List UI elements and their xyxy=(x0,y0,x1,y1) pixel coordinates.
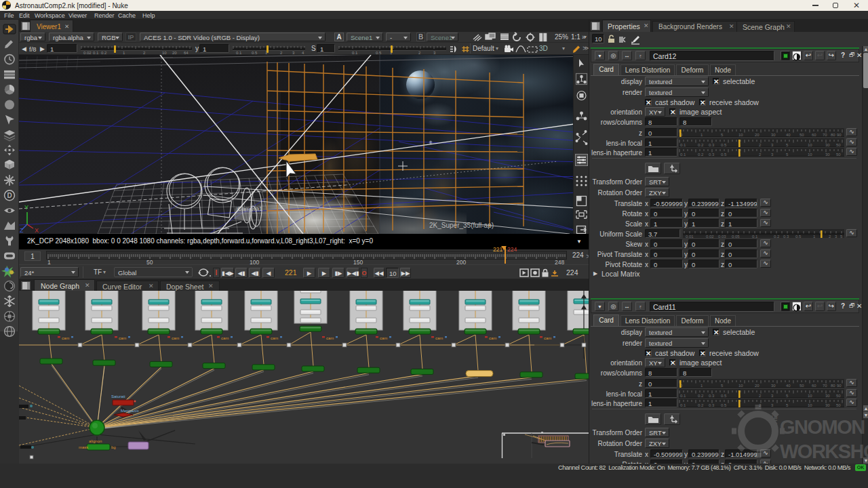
svg-text:50: 50 xyxy=(800,133,804,137)
svg-text:GNOMON: GNOMON xyxy=(780,416,865,438)
svg-text:50: 50 xyxy=(836,394,841,398)
svg-text:5: 5 xyxy=(721,384,724,388)
svg-text:0.3: 0.3 xyxy=(709,143,715,147)
svg-text:cam: cam xyxy=(380,336,387,340)
svg-text:alignon: alignon xyxy=(89,439,102,443)
svg-text:0.1: 0.1 xyxy=(680,394,686,398)
svg-text:0.3: 0.3 xyxy=(783,235,789,239)
svg-text:80: 80 xyxy=(831,384,835,388)
svg-text:20: 20 xyxy=(755,133,760,137)
svg-text:5: 5 xyxy=(786,152,789,157)
svg-text:60: 60 xyxy=(812,133,816,137)
svg-text:0.5: 0.5 xyxy=(721,394,727,398)
svg-text:0.5: 0.5 xyxy=(721,152,727,157)
svg-text:50: 50 xyxy=(836,152,841,157)
svg-text:cam: cam xyxy=(271,336,278,340)
svg-text:30: 30 xyxy=(825,143,830,147)
svg-text:0.02: 0.02 xyxy=(706,235,714,239)
svg-text:Y: Y xyxy=(24,204,28,211)
svg-text:D: D xyxy=(7,192,12,199)
svg-text:10: 10 xyxy=(808,143,812,147)
svg-text:2: 2 xyxy=(759,143,762,147)
svg-text:10: 10 xyxy=(808,394,812,398)
svg-text:0.2: 0.2 xyxy=(698,152,704,157)
svg-text:1: 1 xyxy=(701,133,703,137)
svg-text:Saturati: Saturati xyxy=(111,394,125,399)
svg-text:0.2: 0.2 xyxy=(698,403,704,407)
svg-text:MergeLux: MergeLux xyxy=(121,409,139,413)
svg-text:0.1: 0.1 xyxy=(680,403,686,407)
svg-text:0.2: 0.2 xyxy=(774,235,780,239)
svg-text:0.2: 0.2 xyxy=(698,394,704,398)
svg-text:90: 90 xyxy=(837,384,842,388)
svg-text:0.03: 0.03 xyxy=(718,235,726,239)
svg-text:cam: cam xyxy=(544,336,551,340)
svg-text:cam: cam xyxy=(172,336,179,340)
svg-text:2: 2 xyxy=(759,152,762,157)
svg-text:0.3: 0.3 xyxy=(709,152,715,157)
svg-text:80: 80 xyxy=(831,133,835,137)
svg-text:cam: cam xyxy=(489,336,496,340)
svg-text:0.1: 0.1 xyxy=(680,152,686,157)
svg-text:5: 5 xyxy=(721,133,724,137)
svg-text:90: 90 xyxy=(837,133,842,137)
svg-text:bg: bg xyxy=(111,445,116,449)
svg-text:10: 10 xyxy=(738,384,743,388)
svg-text:50: 50 xyxy=(836,143,841,147)
svg-text:Z: Z xyxy=(20,227,24,234)
svg-text:cam: cam xyxy=(435,336,443,340)
svg-text:30: 30 xyxy=(825,394,830,398)
svg-text:0.3: 0.3 xyxy=(709,403,715,407)
svg-text:0.05: 0.05 xyxy=(732,235,740,239)
svg-text:X: X xyxy=(35,227,39,234)
svg-text:cam: cam xyxy=(119,336,126,340)
svg-text:1: 1 xyxy=(701,384,703,388)
svg-text:0.5: 0.5 xyxy=(795,235,802,239)
svg-text:10: 10 xyxy=(738,133,743,137)
svg-text:0.01: 0.01 xyxy=(686,235,694,239)
svg-text:70: 70 xyxy=(823,384,827,388)
svg-text:0.5: 0.5 xyxy=(721,143,727,147)
svg-text:THE: THE xyxy=(771,415,778,428)
svg-text:3: 3 xyxy=(771,394,774,398)
svg-text:30: 30 xyxy=(771,133,776,137)
svg-text:20: 20 xyxy=(755,384,760,388)
svg-text:30: 30 xyxy=(771,384,776,388)
svg-text:2K_Super_35(full-ap): 2K_Super_35(full-ap) xyxy=(429,222,494,229)
svg-text:3: 3 xyxy=(771,152,774,157)
svg-text:60: 60 xyxy=(812,384,816,388)
svg-text:70: 70 xyxy=(823,133,827,137)
svg-text:10: 10 xyxy=(808,152,812,157)
svg-text:mask: mask xyxy=(79,445,89,449)
svg-text:40: 40 xyxy=(786,384,791,388)
svg-text:40: 40 xyxy=(786,133,791,137)
svg-text:0.2: 0.2 xyxy=(698,143,704,147)
svg-text:cam: cam xyxy=(62,336,69,340)
svg-text:50: 50 xyxy=(800,384,804,388)
svg-text:0.1: 0.1 xyxy=(752,235,758,239)
svg-text:cam: cam xyxy=(326,336,334,340)
svg-text:3: 3 xyxy=(771,143,774,147)
svg-text:2: 2 xyxy=(759,394,762,398)
svg-text:cam: cam xyxy=(221,336,229,340)
svg-text:0.1: 0.1 xyxy=(680,143,686,147)
svg-text:5: 5 xyxy=(786,143,789,147)
svg-text:0.3: 0.3 xyxy=(709,394,715,398)
svg-text:30: 30 xyxy=(825,152,830,157)
svg-text:0.5: 0.5 xyxy=(721,403,727,407)
svg-text:WORKSHOP: WORKSHOP xyxy=(780,441,868,462)
svg-text:5: 5 xyxy=(786,394,789,398)
